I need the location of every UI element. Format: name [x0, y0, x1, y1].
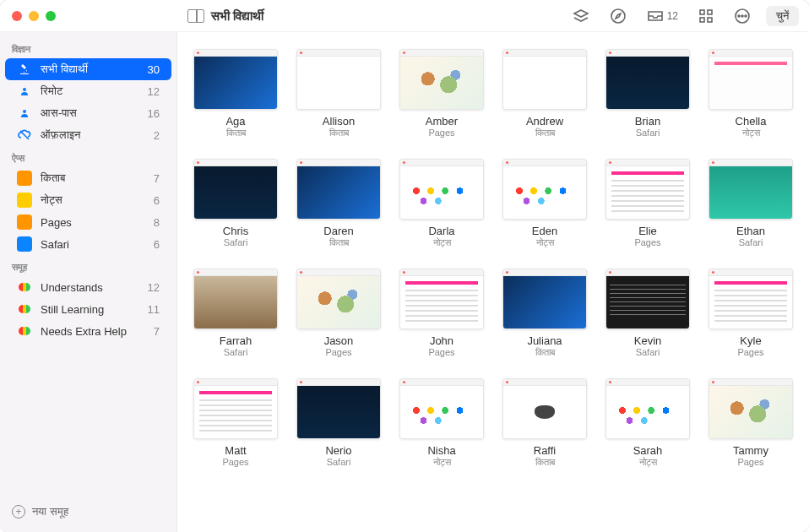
student-app: किताब	[535, 457, 555, 468]
sidebar-item-app-1[interactable]: नोट्स 6	[5, 189, 171, 211]
sidebar-item-label: Needs Extra Help	[41, 325, 145, 338]
sidebar-item-count: 12	[148, 281, 160, 294]
student-app: किताब	[535, 347, 555, 358]
student-grid: Aga किताब Allison किताब Amber Pages Andr…	[191, 49, 795, 468]
student-name: Eden	[532, 225, 557, 237]
cloud-slash-icon	[17, 128, 32, 143]
student-thumbnail	[502, 378, 587, 439]
student-card[interactable]: Kyle Pages	[706, 269, 795, 358]
student-thumbnail	[502, 159, 587, 220]
layers-icon	[573, 8, 589, 24]
student-thumbnail	[605, 49, 690, 110]
student-card[interactable]: Sarah नोट्स	[603, 378, 692, 468]
group-icon	[17, 301, 32, 317]
sidebar-item-group-2[interactable]: Needs Extra Help 7	[5, 320, 171, 342]
student-card[interactable]: Chris Safari	[191, 159, 280, 248]
section-groups-header: समूह	[0, 255, 176, 276]
student-thumbnail	[399, 269, 484, 329]
student-app: Pages	[737, 347, 763, 357]
titlebar: सभी विद्यार्थी 12 चुनें	[0, 0, 809, 32]
student-name: Kevin	[634, 334, 662, 347]
student-card[interactable]: Aga किताब	[191, 49, 280, 138]
student-app: Pages	[737, 457, 763, 467]
sidebar-item-app-2[interactable]: Pages 8	[5, 211, 171, 233]
student-card[interactable]: John Pages	[397, 269, 486, 358]
svg-point-6	[738, 15, 740, 17]
sidebar-item-count: 7	[154, 325, 160, 338]
student-app: Safari	[327, 457, 351, 467]
window-controls	[0, 11, 177, 21]
student-name: Elie	[638, 225, 657, 237]
sidebar-item-class-0[interactable]: सभी विद्यार्थी 30	[5, 58, 171, 80]
student-app: नोट्स	[742, 128, 760, 138]
more-button[interactable]	[729, 4, 756, 28]
main-content: Aga किताब Allison किताब Amber Pages Andr…	[177, 32, 809, 532]
inbox-button[interactable]: 12	[642, 6, 683, 26]
student-card[interactable]: Matt Pages	[191, 378, 280, 468]
sidebar-item-class-3[interactable]: ऑफ़लाइन 2	[5, 124, 171, 146]
student-name: Ethan	[736, 225, 765, 237]
student-card[interactable]: Daren किताब	[294, 159, 383, 248]
sidebar-item-group-0[interactable]: Understands 12	[5, 276, 171, 298]
student-card[interactable]: Jason Pages	[294, 269, 383, 358]
student-card[interactable]: Nisha नोट्स	[397, 378, 486, 468]
layers-button[interactable]	[567, 5, 595, 27]
sidebar-item-group-1[interactable]: Still Learning 11	[5, 298, 171, 320]
grid-view-button[interactable]	[693, 5, 719, 27]
student-name: Juliana	[527, 334, 562, 347]
sidebar-item-count: 7	[154, 172, 160, 185]
sidebar-item-label: ऑफ़लाइन	[41, 128, 145, 142]
student-card[interactable]: Chella नोट्स	[706, 49, 795, 138]
svg-rect-1	[700, 10, 704, 14]
microscope-icon	[17, 62, 32, 77]
sidebar-item-label: Pages	[41, 216, 145, 229]
student-app: Pages	[428, 347, 454, 357]
student-card[interactable]: Raffi किताब	[500, 378, 589, 468]
app-icon	[17, 193, 32, 208]
maximize-window[interactable]	[46, 11, 56, 21]
student-card[interactable]: Juliana किताब	[500, 269, 589, 358]
student-card[interactable]: Ethan Safari	[706, 159, 795, 248]
compass-button[interactable]	[605, 4, 632, 28]
student-card[interactable]: Farrah Safari	[191, 269, 280, 358]
student-card[interactable]: Darla नोट्स	[397, 159, 486, 248]
student-name: Matt	[225, 444, 246, 457]
student-name: Farrah	[220, 334, 252, 347]
student-name: Amber	[426, 115, 458, 128]
student-app: Pages	[325, 347, 351, 357]
student-card[interactable]: Amber Pages	[397, 49, 486, 138]
student-card[interactable]: Eden नोट्स	[500, 159, 589, 248]
sidebar-item-class-1[interactable]: रिमोट 12	[5, 80, 171, 102]
cloud-person-icon	[17, 84, 32, 99]
student-card[interactable]: Kevin Safari	[603, 269, 692, 358]
student-thumbnail	[296, 159, 381, 220]
close-window[interactable]	[12, 11, 22, 21]
student-card[interactable]: Allison किताब	[294, 49, 383, 138]
student-app: Pages	[634, 237, 660, 247]
sidebar: विज्ञान सभी विद्यार्थी 30 रिमोट 12 आस-पा…	[0, 32, 177, 532]
student-thumbnail	[399, 378, 484, 439]
student-card[interactable]: Tammy Pages	[706, 378, 795, 468]
student-thumbnail	[605, 159, 690, 220]
svg-rect-4	[708, 18, 712, 22]
sidebar-item-class-2[interactable]: आस-पास 16	[5, 102, 171, 124]
student-app: नोट्स	[433, 237, 451, 248]
student-card[interactable]: Brian Safari	[603, 49, 692, 138]
student-app: किताब	[535, 128, 555, 138]
student-thumbnail	[193, 269, 278, 329]
new-group-button[interactable]: + नया समूह	[0, 497, 176, 527]
student-card[interactable]: Andrew किताब	[500, 49, 589, 138]
student-app: Pages	[222, 457, 248, 467]
student-app: किताब	[226, 128, 246, 138]
minimize-window[interactable]	[29, 11, 39, 21]
student-thumbnail	[605, 378, 690, 439]
select-button[interactable]: चुनें	[766, 6, 799, 26]
student-card[interactable]: Nerio Safari	[294, 378, 383, 468]
sidebar-item-app-3[interactable]: Safari 6	[5, 233, 171, 255]
student-name: Tammy	[733, 444, 768, 457]
sidebar-item-label: सभी विद्यार्थी	[41, 62, 139, 76]
sidebar-item-app-0[interactable]: किताब 7	[5, 167, 171, 189]
student-app: नोट्स	[536, 237, 554, 248]
student-card[interactable]: Elie Pages	[603, 159, 692, 248]
student-name: Sarah	[633, 444, 663, 457]
